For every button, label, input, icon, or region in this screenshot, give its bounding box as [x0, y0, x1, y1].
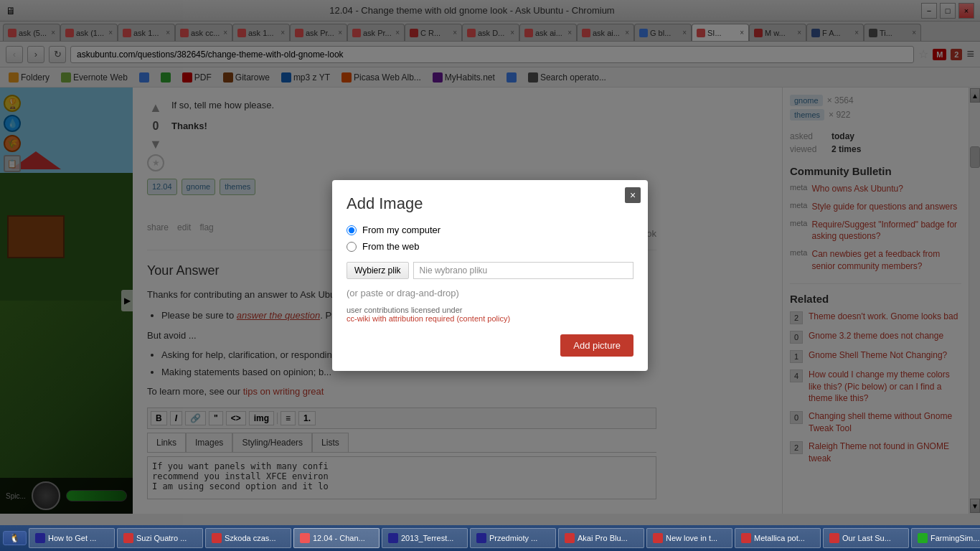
taskbar-item-metallica[interactable]: Metallica pot...	[735, 528, 821, 548]
taskbar-icon-howtoget	[35, 533, 45, 543]
taskbar-icon-ourlast	[829, 533, 839, 543]
choose-file-button[interactable]: Wybierz plik	[347, 262, 409, 279]
taskbar-item-ourlast[interactable]: Our Last Su...	[823, 528, 909, 548]
taskbar-item-2013[interactable]: 2013_Terrest...	[382, 528, 468, 548]
taskbar-item-1204[interactable]: 12.04 - Chan...	[293, 528, 380, 548]
add-picture-button[interactable]: Add picture	[560, 334, 633, 357]
taskbar-label-howtoget: How to Get ...	[48, 534, 96, 542]
from-web-radio[interactable]	[347, 242, 357, 252]
paste-hint: (or paste or drag-and-drop)	[347, 288, 633, 298]
file-name-display	[413, 262, 633, 279]
taskbar-icon-szkoda	[212, 533, 222, 543]
taskbar-item-szkoda[interactable]: Szkoda czas...	[205, 528, 291, 548]
license-text: user contributions licensed under cc-wik…	[347, 306, 633, 323]
file-input-row: Wybierz plik	[347, 262, 633, 279]
taskbar-label-ourlast: Our Last Su...	[842, 534, 891, 542]
taskbar-label-przedmioty: Przedmioty ...	[489, 534, 537, 542]
taskbar-label-2013: 2013_Terrest...	[401, 534, 453, 542]
taskbar-icon-akai	[565, 533, 575, 543]
taskbar-icon-2013	[388, 533, 398, 543]
taskbar-icon-przedmioty	[476, 533, 486, 543]
from-computer-option[interactable]: From my computer	[347, 225, 633, 235]
taskbar-label-suzi: Suzi Quatro ...	[136, 534, 187, 542]
taskbar-item-przedmioty[interactable]: Przedmioty ...	[470, 528, 556, 548]
from-computer-radio[interactable]	[347, 225, 357, 235]
taskbar-label-akai: Akai Pro Blu...	[578, 534, 628, 542]
taskbar-icon-farming	[918, 533, 928, 543]
browser-window: 🖥 12.04 - Change theme with old gnome lo…	[0, 0, 980, 551]
modal-overlay: Add Image × From my computer From the we…	[0, 0, 980, 551]
taskbar-item-howtoget[interactable]: How to Get ...	[29, 528, 115, 548]
modal-title: Add Image	[347, 194, 633, 213]
taskbar-label-metallica: Metallica pot...	[754, 534, 805, 542]
from-web-label: From the web	[362, 241, 419, 252]
taskbar-item-farming[interactable]: FarmingSim...	[911, 528, 980, 548]
taskbar: 🐧 How to Get ... Suzi Quatro ... Szkoda …	[0, 525, 980, 551]
taskbar-item-akai[interactable]: Akai Pro Blu...	[558, 528, 644, 548]
modal-close-button[interactable]: ×	[625, 187, 641, 203]
taskbar-icon-newlove	[653, 533, 663, 543]
taskbar-item-suzi[interactable]: Suzi Quatro ...	[117, 528, 203, 548]
taskbar-icon-1204	[300, 533, 310, 543]
taskbar-item-newlove[interactable]: New love in t...	[646, 528, 732, 548]
taskbar-icon-suzi	[123, 533, 133, 543]
taskbar-label-farming: FarmingSim...	[930, 534, 979, 542]
taskbar-label-1204: 12.04 - Chan...	[313, 534, 365, 542]
attribution-link[interactable]: with attribution required (content polic…	[372, 314, 510, 323]
start-button[interactable]: 🐧	[3, 531, 27, 545]
taskbar-icon-metallica	[741, 533, 751, 543]
from-computer-label: From my computer	[362, 225, 440, 235]
cc-wiki-link[interactable]: cc-wiki	[347, 314, 370, 323]
license-line1: user contributions licensed under	[347, 306, 462, 314]
taskbar-label-newlove: New love in t...	[666, 534, 717, 542]
from-web-option[interactable]: From the web	[347, 241, 633, 252]
add-image-modal: Add Image × From my computer From the we…	[332, 180, 648, 371]
source-radio-group: From my computer From the web	[347, 225, 633, 252]
taskbar-label-szkoda: Szkoda czas...	[225, 534, 276, 542]
